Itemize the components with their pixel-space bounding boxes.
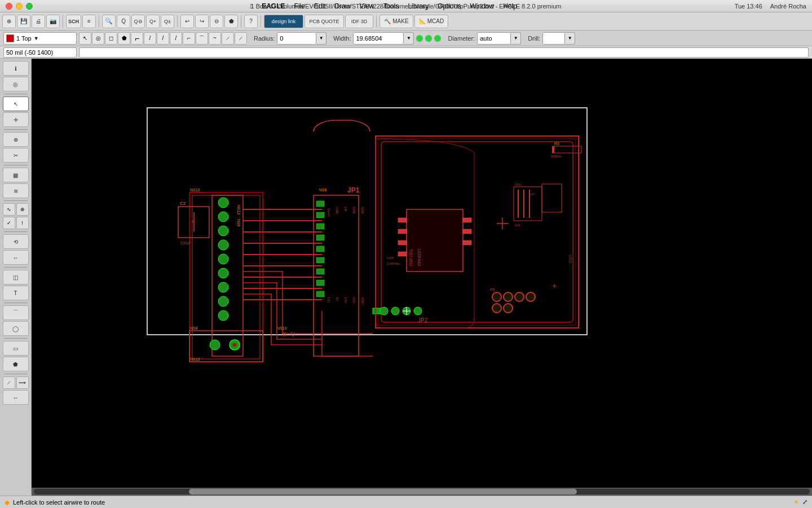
svg-rect-41 — [316, 291, 324, 297]
rotate-tool[interactable]: ⟲ — [3, 234, 29, 249]
svg-rect-0 — [32, 71, 812, 483]
svg-point-100 — [380, 307, 388, 315]
rect-tool[interactable]: ▭ — [3, 341, 29, 356]
svg-text:NS13: NS13 — [190, 188, 200, 192]
svg-point-98 — [233, 343, 236, 347]
draw-tool-corner[interactable]: ⌐ — [183, 32, 195, 45]
help-button[interactable]: ? — [244, 15, 258, 28]
select-tool[interactable]: ↖ — [3, 97, 29, 111]
group-tool[interactable]: ◫ — [3, 270, 29, 284]
diameter-input[interactable]: auto — [477, 32, 511, 45]
diameter-dropdown[interactable]: ▼ — [511, 32, 521, 45]
view-tool[interactable]: ◎ — [3, 77, 29, 91]
horizontal-scrollbar[interactable] — [32, 488, 812, 496]
width-group: Width: 19.68504 ▼ — [333, 32, 441, 45]
layer-panel-button[interactable]: ≡ — [82, 15, 96, 28]
wire-button[interactable]: ⬟ — [224, 15, 238, 28]
mcad-button[interactable]: 📐 MCAD — [414, 15, 448, 28]
zoom-out-button[interactable]: Q — [117, 15, 130, 28]
maximize-button[interactable] — [26, 3, 33, 10]
mirror-tool[interactable]: ↔ — [3, 250, 29, 265]
drill-dropdown[interactable]: ▼ — [565, 32, 575, 45]
save-button[interactable]: 💾 — [17, 15, 30, 28]
drc-tool[interactable]: ✓ — [3, 217, 15, 229]
zoom-area-button[interactable]: Q± — [161, 15, 174, 28]
drill-input[interactable] — [542, 32, 565, 45]
bus-tool[interactable]: ⟹ — [16, 376, 29, 389]
drill-group: Drill: ▼ — [528, 32, 575, 45]
layer-tool[interactable]: ≋ — [3, 183, 29, 198]
wire-tool[interactable]: ⟋ — [3, 376, 15, 389]
zoom-plus-button[interactable]: Q+ — [146, 15, 160, 28]
via-tool[interactable]: ⊕ — [16, 203, 29, 216]
svg-rect-36 — [316, 235, 324, 240]
arc-tool[interactable]: ⌒ — [3, 305, 29, 320]
sidebar-sep-5 — [4, 231, 28, 232]
undo-button[interactable]: ↩ — [180, 15, 194, 28]
layer-selector[interactable]: 1 Top ▼ — [3, 32, 77, 45]
svg-text:JP1: JP1 — [347, 186, 360, 194]
text-tool[interactable]: T — [3, 286, 29, 300]
svg-point-13 — [218, 310, 228, 321]
svg-rect-64 — [463, 240, 471, 245]
new-button[interactable]: ⊕ — [2, 15, 16, 28]
command-input[interactable] — [79, 47, 809, 58]
draw-tool-arc[interactable]: ⌒ — [196, 32, 208, 45]
draw-tool-line4[interactable]: / — [170, 32, 182, 45]
circle-tool[interactable]: ◯ — [3, 321, 29, 336]
window-controls[interactable] — [6, 3, 33, 10]
width-input[interactable]: 19.68504 — [353, 32, 404, 45]
drill-label: Drill: — [528, 35, 540, 42]
zoom-in-button[interactable]: 🔍 — [102, 15, 116, 28]
idf-3d-button[interactable]: IDF 3D — [345, 15, 373, 28]
draw-tool-square[interactable]: ◻ — [105, 32, 117, 45]
grid-tool[interactable]: ▦ — [3, 168, 29, 182]
pcb-quote-button[interactable]: PCB QUOTE — [304, 15, 344, 28]
radius-dropdown[interactable]: ▼ — [316, 32, 326, 45]
draw-tool-pointer[interactable]: ↖ — [79, 32, 91, 45]
radius-input[interactable]: 0 — [277, 32, 316, 45]
route-tool[interactable]: ∿ — [3, 203, 15, 216]
close-button[interactable] — [6, 3, 12, 10]
redo-button[interactable]: ↪ — [195, 15, 209, 28]
tool-pair-1: ∿ ⊕ — [3, 203, 29, 216]
main-toolbar: ⊕ 💾 🖨 📷 SCH ≡ 🔍 Q Q⊖ Q+ Q± ↩ ↪ ⊖ ⬟ ? des… — [0, 12, 812, 30]
svg-point-86 — [526, 292, 535, 301]
draw-tool-line1[interactable]: ⌐ — [131, 32, 143, 45]
stop-button[interactable]: ⊖ — [210, 15, 223, 28]
draw-tool-poly[interactable]: ⬟ — [118, 32, 130, 45]
zoom-fit-button[interactable]: Q⊖ — [131, 15, 145, 28]
make-button[interactable]: 🔨 MAKE — [379, 15, 413, 28]
draw-tool-line3[interactable]: / — [157, 32, 169, 45]
expand-icon[interactable]: ⤢ — [802, 498, 807, 506]
draw-tool-line2[interactable]: / — [144, 32, 156, 45]
scrollbar-thumb[interactable] — [189, 489, 577, 494]
scrollbar-track — [34, 489, 810, 494]
screenshot-button[interactable]: 📷 — [46, 15, 60, 28]
system-tray: Tue 13:46 André Rocha — [735, 3, 806, 10]
dimension-tool[interactable]: ↔ — [3, 390, 29, 405]
minimize-button[interactable] — [16, 3, 23, 10]
move-tool[interactable]: ✛ — [3, 112, 29, 127]
svg-text:NS13: NS13 — [237, 205, 241, 215]
canvas-area[interactable]: NS13 NS6 C2 100uF + — [32, 59, 812, 496]
draw-tool-diagonal1[interactable]: ⟋ — [222, 32, 234, 45]
svg-text:6V: 6V — [336, 297, 339, 301]
draw-tool-wave[interactable]: ~ — [209, 32, 221, 45]
design-link-button[interactable]: design link — [264, 15, 303, 28]
width-dropdown[interactable]: ▼ — [404, 32, 414, 45]
add-tool[interactable]: ⊕ — [3, 132, 29, 147]
svg-point-10 — [218, 268, 228, 278]
sch-button[interactable]: SCH — [66, 15, 81, 28]
layer-dropdown-arrow: ▼ — [34, 36, 39, 41]
sidebar-sep-4 — [4, 200, 28, 201]
svg-text:NS13: NS13 — [190, 357, 200, 361]
info-tool[interactable]: ℹ — [3, 61, 29, 76]
polygon-tool[interactable]: ⬟ — [3, 357, 29, 371]
draw-tool-circle[interactable]: ◎ — [92, 32, 104, 45]
svg-rect-63 — [463, 229, 471, 234]
delete-tool[interactable]: ✂ — [3, 148, 29, 163]
erc-tool[interactable]: ! — [16, 217, 29, 229]
draw-tool-diagonal2[interactable]: ⟋ — [235, 32, 247, 45]
print-button[interactable]: 🖨 — [32, 15, 45, 28]
